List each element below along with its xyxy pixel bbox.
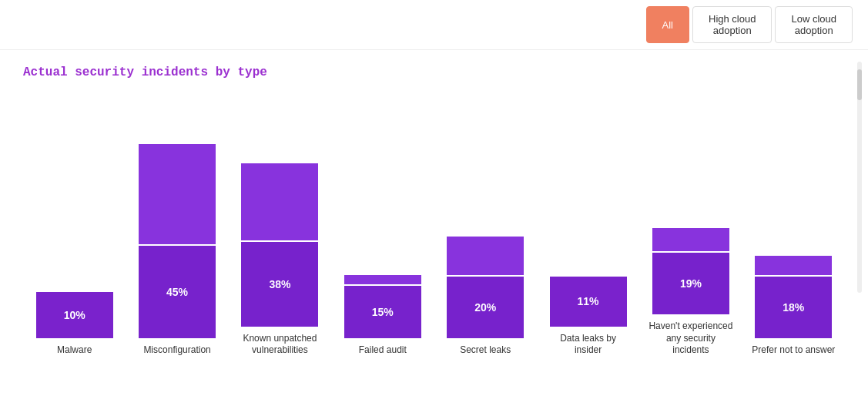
- bar-stack-data-leaks: 11%: [550, 277, 627, 327]
- filter-low-cloud[interactable]: Low cloudadoption: [775, 6, 853, 43]
- bar-bottom-prefer-not: 18%: [755, 277, 832, 338]
- bar-label-secret-leaks: Secret leaks: [460, 344, 511, 357]
- bar-bottom-secret-leaks: 20%: [447, 277, 524, 338]
- bar-top-no-incidents: [652, 228, 729, 251]
- bar-chart: 10% Malware 45% Misconfiguration 38% Kno…: [23, 102, 845, 357]
- bar-group-known-unpatched: 38% Known unpatched vulnerabilities: [229, 163, 331, 357]
- bar-stack-prefer-not: 18%: [755, 256, 832, 338]
- filter-high-cloud[interactable]: High cloudadoption: [692, 6, 772, 43]
- bar-stack-known-unpatched: 38%: [241, 163, 318, 327]
- bar-group-no-incidents: 19% Haven't experienced any security inc…: [639, 228, 742, 357]
- bar-data-leaks: 11%: [550, 277, 627, 327]
- bar-group-malware: 10% Malware: [23, 292, 126, 357]
- bar-bottom-failed-audit: 15%: [344, 286, 421, 338]
- bar-top-secret-leaks: [447, 237, 524, 275]
- bar-label-failed-audit: Failed audit: [359, 344, 407, 357]
- bar-label-prefer-not: Prefer not to answer: [752, 344, 835, 357]
- bar-label-no-incidents: Haven't experienced any security inciden…: [648, 320, 733, 357]
- bar-top-misconfiguration: [139, 144, 216, 244]
- filter-all[interactable]: All: [646, 6, 689, 43]
- bar-group-prefer-not: 18% Prefer not to answer: [742, 256, 845, 357]
- bar-bottom-known-unpatched: 38%: [241, 242, 318, 327]
- bar-stack-misconfiguration: 45%: [139, 144, 216, 338]
- bar-label-misconfiguration: Misconfiguration: [143, 344, 210, 357]
- bar-bottom-no-incidents: 19%: [652, 253, 729, 314]
- bar-group-misconfiguration: 45% Misconfiguration: [126, 144, 228, 357]
- bar-top-failed-audit: [344, 275, 421, 284]
- bar-top-known-unpatched: [241, 163, 318, 240]
- bar-stack-failed-audit: 15%: [344, 275, 421, 338]
- bar-stack-malware: 10%: [36, 292, 113, 338]
- scrollbar-thumb[interactable]: [857, 69, 862, 100]
- bar-malware: 10%: [36, 292, 113, 338]
- chart-title: Actual security incidents by type: [23, 65, 845, 79]
- top-filter-bar: All High cloudadoption Low cloudadoption: [0, 0, 868, 50]
- bar-bottom-misconfiguration: 45%: [139, 246, 216, 338]
- vertical-scrollbar[interactable]: [857, 62, 862, 293]
- bar-group-failed-audit: 15% Failed audit: [331, 275, 434, 357]
- bar-group-data-leaks: 11% Data leaks by insider: [537, 277, 639, 357]
- chart-section: Actual security incidents by type 10% Ma…: [0, 50, 868, 364]
- bar-label-known-unpatched: Known unpatched vulnerabilities: [237, 333, 322, 357]
- bar-stack-secret-leaks: 20%: [447, 237, 524, 338]
- bar-label-malware: Malware: [57, 344, 92, 357]
- bar-group-secret-leaks: 20% Secret leaks: [434, 237, 537, 357]
- bar-label-data-leaks: Data leaks by insider: [546, 333, 631, 357]
- filter-buttons: All High cloudadoption Low cloudadoption: [646, 6, 853, 43]
- bar-top-prefer-not: [755, 256, 832, 275]
- bar-stack-no-incidents: 19%: [652, 228, 729, 314]
